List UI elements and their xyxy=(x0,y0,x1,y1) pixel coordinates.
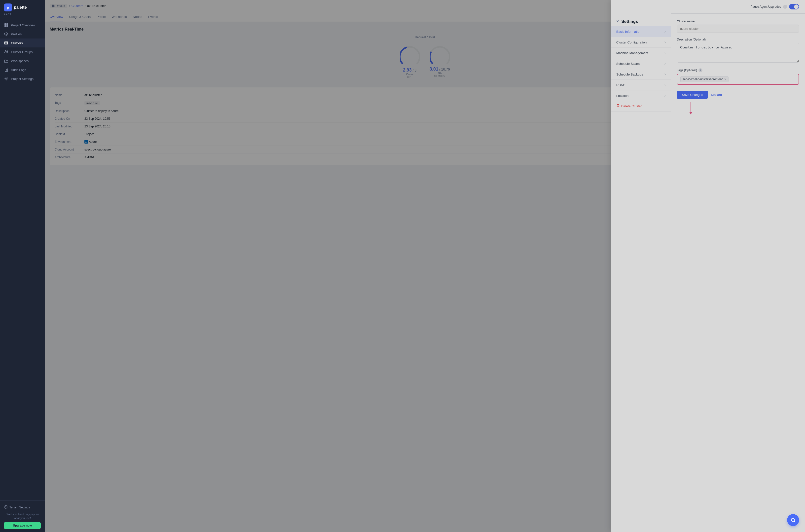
sidebar-label-project-settings: Project Settings xyxy=(11,77,34,81)
search-fab-button[interactable] xyxy=(787,514,799,526)
svg-point-9 xyxy=(5,51,6,52)
sidebar-item-cluster-groups[interactable]: Cluster Groups xyxy=(0,48,45,56)
tags-input-area[interactable]: service:hello-universe-frontend × xyxy=(677,74,799,85)
settings-nav-schedule-backups[interactable]: Schedule Backups › xyxy=(611,69,671,80)
tenant-icon xyxy=(4,505,7,509)
discard-button[interactable]: Discard xyxy=(711,93,722,97)
settings-panel: × Settings Basic Information › Cluster C… xyxy=(611,0,805,532)
save-changes-button[interactable]: Save Changes xyxy=(677,91,708,99)
pause-toggle-area: Pause Agent Upgrades i xyxy=(751,4,799,10)
logo-icon: p xyxy=(4,3,12,12)
svg-rect-1 xyxy=(6,23,8,25)
sidebar-item-workspaces[interactable]: Workspaces xyxy=(0,56,45,65)
chevron-right-icon: › xyxy=(665,29,666,34)
cluster-name-group: Cluster name xyxy=(677,20,799,33)
sidebar-label-workspaces: Workspaces xyxy=(11,59,28,63)
tags-label: Tags (Optional) xyxy=(677,69,697,72)
server-icon xyxy=(4,41,8,45)
cluster-name-label: Cluster name xyxy=(677,20,799,23)
svg-point-7 xyxy=(7,42,8,42)
svg-point-13 xyxy=(6,78,7,79)
svg-rect-0 xyxy=(4,23,6,25)
sidebar-label-clusters: Clusters xyxy=(11,41,23,45)
svg-point-10 xyxy=(7,51,8,52)
folder-icon xyxy=(4,59,8,63)
settings-content: Pause Agent Upgrades i Cluster name Desc… xyxy=(671,0,805,532)
settings-nav-location[interactable]: Location › xyxy=(611,90,671,101)
chevron-right-icon: › xyxy=(665,93,666,98)
settings-nav: × Settings Basic Information › Cluster C… xyxy=(611,0,671,532)
description-textarea[interactable]: Cluster to deploy to Azure. xyxy=(677,43,799,62)
svg-marker-4 xyxy=(4,33,8,35)
tenant-label: Tenant Settings xyxy=(9,506,30,509)
upgrade-button[interactable]: Upgrade now xyxy=(4,522,41,529)
form-actions: Save Changes Discard xyxy=(677,91,799,99)
sidebar-item-profiles[interactable]: Profiles xyxy=(0,30,45,38)
svg-line-25 xyxy=(794,521,795,522)
tag-value: service:hello-universe-frontend xyxy=(683,77,723,81)
cluster-name-input[interactable] xyxy=(677,24,799,33)
description-label: Description (Optional) xyxy=(677,38,799,41)
info-icon[interactable]: i xyxy=(783,5,787,9)
close-settings-button[interactable]: × xyxy=(616,19,619,24)
settings-nav-delete-cluster[interactable]: Delete Cluster xyxy=(611,101,671,112)
settings-form-body: Cluster name Description (Optional) Clus… xyxy=(671,14,805,105)
svg-rect-3 xyxy=(6,25,8,27)
settings-icon xyxy=(4,76,8,81)
settings-nav-schedule-scans[interactable]: Schedule Scans › xyxy=(611,58,671,69)
sidebar: p palette 4.4.19 Project Overview Profil… xyxy=(0,0,45,532)
tag-chip: service:hello-universe-frontend × xyxy=(681,76,729,82)
sidebar-item-audit-logs[interactable]: Audit Logs xyxy=(0,65,45,74)
logo-area: p palette xyxy=(0,0,45,13)
tags-group: Tags (Optional) i service:hello-universe… xyxy=(677,68,799,85)
svg-rect-2 xyxy=(4,25,6,27)
chevron-right-icon: › xyxy=(665,51,666,55)
main-area: Default / Clusters / azure-cluster Overv… xyxy=(45,0,805,532)
chevron-right-icon: › xyxy=(665,83,666,87)
tag-close-button[interactable]: × xyxy=(724,77,726,81)
settings-content-header: Pause Agent Upgrades i xyxy=(671,0,805,14)
tenant-settings-item[interactable]: Tenant Settings xyxy=(4,504,41,511)
sidebar-item-project-settings[interactable]: Project Settings xyxy=(0,74,45,83)
pause-toggle[interactable] xyxy=(789,4,799,10)
layers-icon xyxy=(4,32,8,36)
arrow-annotation xyxy=(689,102,692,114)
app-version: 4.4.19 xyxy=(0,13,45,19)
chevron-right-icon: › xyxy=(665,72,666,76)
file-text-icon xyxy=(4,68,8,72)
sidebar-nav: Project Overview Profiles Clusters Clust… xyxy=(0,19,45,500)
svg-rect-21 xyxy=(617,105,619,107)
sidebar-label-audit-logs: Audit Logs xyxy=(11,68,26,72)
description-group: Description (Optional) Cluster to deploy… xyxy=(677,38,799,63)
toggle-knob xyxy=(794,4,799,9)
app-name: palette xyxy=(14,5,27,10)
arrow-line xyxy=(691,102,691,112)
svg-point-24 xyxy=(791,518,794,521)
arrow-head xyxy=(689,112,692,114)
chevron-right-icon: › xyxy=(665,40,666,44)
settings-nav-rbac[interactable]: RBAC › xyxy=(611,80,671,90)
sidebar-label-cluster-groups: Cluster Groups xyxy=(11,50,33,54)
tags-label-row: Tags (Optional) i xyxy=(677,68,799,72)
settings-panel-title: Settings xyxy=(621,19,638,24)
grid-icon xyxy=(4,23,8,27)
sidebar-label-profiles: Profiles xyxy=(11,32,22,36)
sidebar-item-project-overview[interactable]: Project Overview xyxy=(0,21,45,30)
trash-icon xyxy=(616,104,620,108)
settings-nav-basic-information[interactable]: Basic Information › xyxy=(611,26,671,37)
users-icon xyxy=(4,50,8,54)
sidebar-label-project-overview: Project Overview xyxy=(11,23,35,27)
sidebar-item-clusters[interactable]: Clusters xyxy=(0,38,45,48)
sidebar-bottom: Tenant Settings Start small and only pay… xyxy=(0,500,45,532)
settings-nav-cluster-configuration[interactable]: Cluster Configuration › xyxy=(611,37,671,48)
pause-label: Pause Agent Upgrades xyxy=(751,5,781,8)
chevron-right-icon: › xyxy=(665,61,666,66)
tags-info-icon[interactable]: i xyxy=(698,68,703,72)
settings-nav-machine-management[interactable]: Machine Management › xyxy=(611,48,671,58)
upgrade-promo-text: Start small and only pay for what you us… xyxy=(4,512,41,520)
svg-point-8 xyxy=(7,43,8,44)
